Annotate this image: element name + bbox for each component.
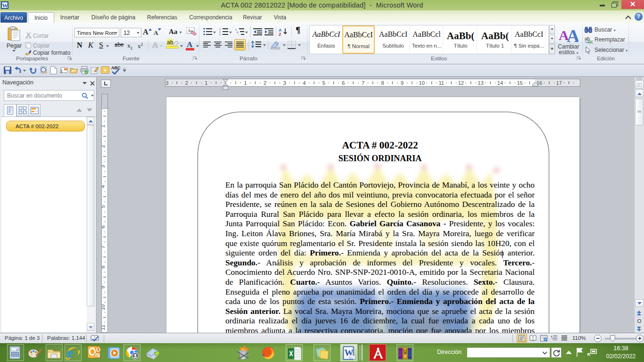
svg-text:9: 9 — [401, 80, 404, 86]
svg-text:14: 14 — [497, 80, 503, 86]
svg-text:15: 15 — [517, 80, 522, 86]
svg-text:3: 3 — [283, 80, 286, 86]
svg-text:Z: Z — [279, 32, 281, 36]
svg-text:6: 6 — [102, 225, 106, 228]
svg-text:4: 4 — [303, 80, 305, 86]
svg-text:1: 1 — [102, 125, 106, 128]
svg-text:10: 10 — [102, 304, 106, 310]
svg-text:6: 6 — [342, 80, 345, 86]
svg-text:5: 5 — [322, 80, 325, 86]
svg-text:7: 7 — [102, 246, 106, 248]
svg-text:4: 4 — [102, 185, 106, 188]
svg-text:12: 12 — [458, 80, 464, 86]
svg-text:i: i — [238, 33, 239, 35]
svg-text:3: 3 — [219, 33, 221, 35]
svg-text:2: 2 — [185, 80, 188, 86]
svg-text:13: 13 — [478, 80, 483, 86]
svg-text:1: 1 — [244, 80, 247, 86]
svg-text:17: 17 — [556, 80, 562, 86]
svg-text:10: 10 — [419, 80, 425, 86]
svg-text:3: 3 — [165, 80, 168, 86]
svg-text:2: 2 — [102, 145, 106, 148]
svg-text:ac: ac — [588, 39, 593, 43]
svg-text:11: 11 — [102, 325, 106, 330]
svg-text:1: 1 — [205, 80, 207, 86]
svg-text:7: 7 — [362, 80, 364, 86]
svg-text:8: 8 — [381, 80, 384, 86]
svg-text:8: 8 — [102, 266, 106, 269]
svg-text:5: 5 — [102, 205, 106, 208]
svg-text:9: 9 — [102, 286, 106, 288]
svg-text:3: 3 — [102, 165, 106, 168]
svg-text:2: 2 — [264, 80, 266, 86]
svg-text:11: 11 — [439, 80, 444, 86]
svg-text:A: A — [567, 26, 578, 42]
